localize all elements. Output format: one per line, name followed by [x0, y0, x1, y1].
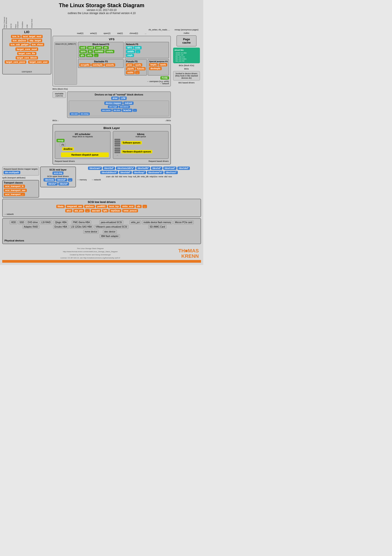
target-core-pscsi: target_core_pscsi	[5, 60, 27, 64]
io-scheduler: I/O scheduler Maps BIOs to requests noop…	[55, 131, 111, 159]
ocfs: ocfs	[86, 54, 93, 57]
iscsi-tcp: iscsi_tcp	[108, 205, 120, 208]
dev-sda: /dev/sda	[44, 178, 55, 182]
device-mapper-group: device mapper mdraid dm-crypt dm-mirror …	[69, 100, 169, 116]
smbfs: smbfs	[105, 50, 114, 53]
request-based-drivers-label: Request based drivers	[55, 160, 75, 162]
dm-multipath: dm-multipath	[4, 171, 20, 174]
mmap-label: mmap (anonymous pages)	[174, 29, 198, 31]
sd-mmc-card: SD-/MMC-Card	[148, 225, 166, 229]
struct-bio: struct bio - sector on disk - sector cnt…	[173, 48, 200, 63]
dev-nvme: /dev/nvme*n*	[147, 171, 164, 174]
scsi-transport-fc: scsi_transport_fc	[4, 185, 25, 188]
request-based-drivers-label2: Request based drivers	[149, 160, 169, 162]
memory-label: → memory	[77, 179, 87, 181]
dev-nullb: /dev/nullb*	[136, 167, 150, 170]
title-section: The Linux Storage Stack Diagram version …	[2, 2, 201, 15]
drv-mmc: mmc	[123, 176, 128, 178]
ifs: ifs	[88, 50, 93, 53]
network-label2: → network	[4, 213, 199, 215]
megaraid-sas: megaraid_sas	[66, 205, 83, 208]
qla2xxx-low: qla2xxx	[84, 205, 95, 208]
dev-mmcblk: /dev/mmcblk*p*	[116, 167, 135, 170]
bios-right-label: BIOs (block I/Os)	[179, 64, 194, 67]
target-core-file: target_core_file	[17, 52, 36, 55]
transport-classes-label: Transport classes	[4, 182, 38, 184]
ramfs: ramfs	[158, 63, 167, 66]
diagram-container: The Linux Storage Stack Diagram version …	[0, 0, 203, 265]
nvme-device: nvme device	[83, 230, 98, 234]
label-virtual-host: Virtual Host	[31, 17, 33, 28]
scsi-mid-label: SCSI mid layer	[42, 168, 74, 171]
tcm-usb-gadget: tcm_usb_gadget	[9, 43, 30, 46]
request-based-label: Request-based device mapper targets	[4, 168, 38, 170]
struct-bio-item-4: - bio_vec list	[174, 60, 199, 62]
io-scheduler-sub: Maps BIOs to requests	[57, 135, 109, 138]
label-usb: USB	[26, 22, 28, 28]
aacraid: aacraid	[91, 209, 101, 212]
block-layer-label: Block Layer	[55, 126, 169, 130]
dvd-drive: DVD drive	[26, 220, 39, 224]
dm-cache: dm-cache	[101, 109, 112, 112]
ellipsis-block: ...	[94, 54, 98, 57]
fuse: FUSE	[160, 76, 169, 80]
drv-rsxx: rsxx	[168, 176, 172, 178]
overlayfs: overlayfs	[91, 63, 104, 67]
main-title: The Linux Storage Stack Diagram	[2, 2, 201, 8]
dev-rssd: /dev/rssd*	[163, 167, 177, 170]
vmwares-para-virt: VMware's para-virtualized SCSI	[94, 225, 128, 229]
page-cache: Page cache	[176, 35, 196, 46]
lvm: LVM	[120, 97, 127, 100]
target-core-iblock: target_core_iblock	[16, 56, 38, 60]
ssd: SSD	[18, 220, 25, 224]
lpfc: lpfc	[102, 209, 109, 212]
tcm-vhost: tcm_vhost	[30, 43, 44, 46]
footer-diagram-name: The Linux Storage Stack Diagram	[60, 247, 120, 249]
hw-dispatch-queue: Hardware dispatch queue	[61, 153, 109, 157]
coda: coda	[134, 46, 141, 49]
qfs: qfs	[79, 54, 85, 57]
pipefs: pipefs	[126, 67, 135, 70]
struct-bio-label: struct bio	[174, 49, 199, 51]
dm-thin: dm-thin	[112, 109, 121, 112]
deadline: deadline	[62, 147, 74, 151]
struct-bio-item-3: - bio_vec index	[174, 58, 199, 60]
direct-io-box: Direct I/O (O_DIRECT)	[54, 42, 77, 85]
iscsi-target-mod: iscsi_target_mod	[22, 35, 42, 38]
noop: noop	[57, 139, 65, 142]
dev-st: /dev/st*	[58, 182, 69, 185]
special-fs: Special purpose FS tmpfs ramfs devtmpfs	[148, 59, 169, 76]
mpt3sas: mpt3sas	[109, 209, 121, 212]
footer-license: License: CC-BY-SA 3.0, see http://creati…	[60, 257, 120, 259]
hdd: HDD	[10, 220, 17, 224]
ellipsis-low: ...	[143, 205, 147, 208]
ecryptfs: ecryptfs	[79, 63, 91, 67]
scsi-mq: scsi-mq	[53, 171, 64, 175]
struct-bio-item-2: - bio_vec cnt	[174, 56, 199, 58]
sw-queues: Software queues	[121, 141, 142, 144]
io-scheduler-label: I/O scheduler	[57, 133, 109, 135]
drv-mtip32xx: mtip32xx	[150, 176, 158, 178]
page-cache-label: Page cache	[182, 38, 191, 44]
network-label: → network	[91, 179, 101, 181]
footer-url: http://www.thomas-krenn.com/en/wiki/Linu…	[60, 251, 120, 253]
special-fs-label: Special purpose FS	[149, 60, 168, 62]
cfq: cfq	[60, 143, 65, 147]
dev-sr: /dev/sr*	[47, 182, 58, 185]
adaptec-raid: Adaptec RAID	[23, 225, 39, 229]
mobile-flash: mobile device flash memory	[142, 220, 173, 224]
vmw-pvscsi: vmw_pvscsi	[122, 209, 138, 212]
emulex-hba: Emulex HBA	[53, 225, 68, 229]
dev-rbd: /dev/rbd*	[103, 167, 115, 170]
drv-nbd: nbd	[119, 176, 122, 178]
drv-skd: skd	[164, 176, 167, 178]
dev-sd-star: /dev/sd*	[56, 178, 67, 182]
bios-label-right: ↓ BIOs	[165, 119, 171, 122]
scsi-transport-ellipsis: scsi_transport_...	[4, 193, 25, 196]
malloc-label: malloc	[184, 32, 189, 34]
bios-label-left: BIOs ↓	[53, 119, 59, 122]
drv-zram: zram	[106, 176, 111, 178]
hw-dispatch-queues: Hardware dispatch queues	[121, 150, 152, 153]
virtio-scsi: virtio_scsi	[121, 205, 135, 208]
unionfs: unionfs	[105, 63, 115, 67]
